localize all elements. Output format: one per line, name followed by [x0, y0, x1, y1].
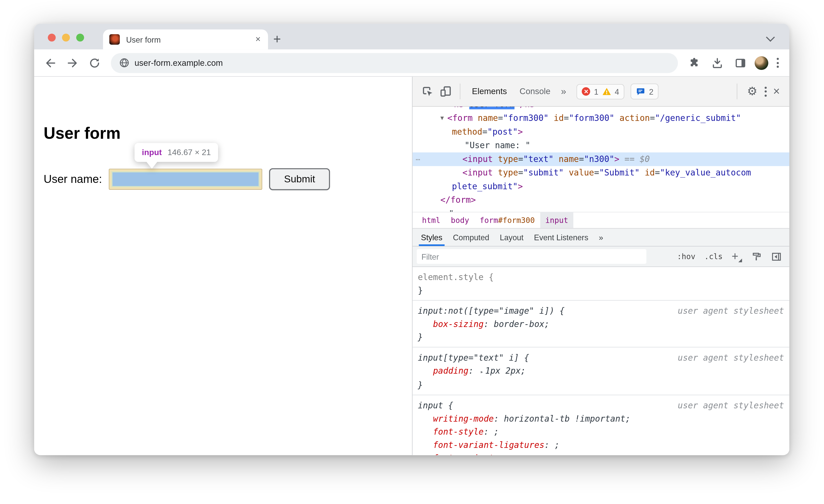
- breadcrumb-item[interactable]: html: [417, 212, 445, 228]
- sidebar-tab-styles[interactable]: Styles: [416, 228, 447, 246]
- code-token: "n300": [584, 154, 614, 164]
- code-token: <h3>: [449, 107, 469, 109]
- dom-tree-line[interactable]: ⋯<input type="text" name="n300"> == $0: [413, 153, 789, 166]
- reload-button[interactable]: [86, 54, 104, 72]
- dom-tree-line[interactable]: ": [413, 207, 789, 212]
- devtools-menu-button[interactable]: [761, 84, 770, 99]
- submit-button[interactable]: Submit: [269, 168, 330, 190]
- dom-line-adorner[interactable]: ⋯: [416, 153, 420, 166]
- code-token: >: [614, 154, 619, 164]
- sidebar-tab-computed[interactable]: Computed: [447, 228, 495, 246]
- code-token: [554, 154, 559, 164]
- errors-warnings-badge[interactable]: ✕ 1 4: [577, 84, 624, 99]
- rule-declaration[interactable]: font-style: ;: [418, 425, 784, 438]
- tab-close-icon[interactable]: ×: [254, 34, 262, 44]
- back-button[interactable]: [41, 54, 60, 72]
- code-token: "submit": [523, 168, 564, 178]
- rule-header: element.style {: [418, 271, 784, 284]
- expand-shorthand-icon[interactable]: ▸: [479, 368, 485, 375]
- dom-tree-line[interactable]: <h3>User form</h3>: [413, 107, 789, 111]
- toggle-class-button[interactable]: .cls: [704, 252, 723, 261]
- browser-menu-button[interactable]: [774, 56, 782, 70]
- tab-strip: User form × +: [34, 24, 789, 49]
- rule-selector: element.style {: [418, 271, 494, 284]
- punctuation: ;: [554, 440, 559, 450]
- code-token: [614, 113, 619, 123]
- profile-avatar[interactable]: [755, 56, 768, 70]
- rule-origin-link[interactable]: user agent stylesheet: [670, 351, 784, 364]
- dom-tree-line[interactable]: <input type="submit" value="Submit" id="…: [413, 166, 789, 180]
- url-bar[interactable]: user-form.example.com: [111, 53, 678, 73]
- dom-tree-line[interactable]: "User name: ": [413, 139, 789, 153]
- back-arrow-icon: [44, 57, 57, 69]
- rule-declaration[interactable]: font-variant-ligatures: ;: [418, 438, 784, 452]
- property-name: font-style: [433, 427, 484, 437]
- new-style-rule-button[interactable]: +: [732, 250, 742, 264]
- extensions-button[interactable]: [685, 54, 703, 72]
- side-panel-button[interactable]: [731, 54, 749, 72]
- more-tabs-button[interactable]: »: [557, 86, 571, 97]
- code-token: ▼: [440, 114, 447, 121]
- breadcrumb-item[interactable]: body: [445, 212, 474, 228]
- rule-declaration[interactable]: box-sizing: border-box;: [418, 318, 784, 331]
- kebab-dot: [764, 87, 766, 89]
- code-token: =: [579, 154, 584, 164]
- devtools-tab-elements[interactable]: Elements: [466, 87, 513, 96]
- kebab-dot: [777, 66, 779, 68]
- sidebar-tab-layout[interactable]: Layout: [495, 228, 529, 246]
- sidebar-more-tabs-button[interactable]: »: [594, 228, 608, 246]
- minimize-window-button[interactable]: [62, 34, 70, 41]
- breadcrumb-item[interactable]: form#form300: [474, 212, 540, 228]
- breadcrumb-item[interactable]: input: [540, 212, 573, 228]
- tab-favicon: [109, 34, 120, 44]
- rule-declaration[interactable]: font-variant-caps: ;: [418, 451, 784, 455]
- reload-icon: [88, 57, 101, 69]
- show-sidebar-icon[interactable]: [771, 251, 782, 262]
- sidebar-tab-event-listeners[interactable]: Event Listeners: [529, 228, 594, 246]
- code-token: <input: [462, 154, 498, 164]
- tab-title: User form: [126, 35, 254, 44]
- browser-tab[interactable]: User form ×: [103, 29, 268, 49]
- username-label: User name:: [43, 173, 102, 186]
- forward-button[interactable]: [64, 54, 81, 72]
- downloads-button[interactable]: [709, 54, 726, 72]
- close-window-button[interactable]: [48, 34, 56, 41]
- dom-tree-line[interactable]: method="post">: [413, 125, 789, 139]
- property-value: 1px 2px: [485, 366, 521, 376]
- rule-declaration[interactable]: padding: ▸1px 2px;: [418, 364, 784, 379]
- dom-tree: <h3>User form</h3>▼ <form name="form300"…: [413, 107, 789, 212]
- dom-tree-line[interactable]: plete_submit">: [413, 180, 789, 194]
- inspect-element-button[interactable]: [419, 83, 437, 100]
- chevron-down-icon[interactable]: [766, 33, 775, 42]
- devtools-tab-console[interactable]: Console: [513, 87, 557, 96]
- toggle-pseudo-state-button[interactable]: :hov: [677, 252, 696, 261]
- url-text[interactable]: user-form.example.com: [135, 58, 223, 68]
- warning-icon: [602, 87, 611, 96]
- new-tab-button[interactable]: +: [274, 32, 281, 46]
- devtools-panel: ElementsConsole » ✕ 1 4: [412, 77, 790, 455]
- style-rule[interactable]: element.style {}: [413, 267, 789, 301]
- dom-tree-line[interactable]: </form>: [413, 193, 789, 207]
- styles-filter-input[interactable]: [417, 249, 646, 264]
- devtools-settings-button[interactable]: ⚙: [743, 85, 761, 98]
- zoom-window-button[interactable]: [76, 34, 84, 41]
- rendering-brush-icon[interactable]: [751, 251, 762, 262]
- rule-closing-brace: }: [418, 379, 784, 392]
- window-controls: [48, 34, 84, 41]
- inspect-overlay-content-box: [112, 173, 259, 186]
- code-token: [640, 168, 645, 178]
- style-rule[interactable]: input {user agent stylesheetwriting-mode…: [413, 395, 789, 455]
- style-rule[interactable]: input:not([type="image" i]) {user agent …: [413, 301, 789, 347]
- devtools-tabs: ElementsConsole: [466, 87, 557, 96]
- dom-tree-line[interactable]: ▼ <form name="form300" id="form300" acti…: [413, 111, 789, 125]
- rule-origin-link[interactable]: user agent stylesheet: [670, 399, 784, 412]
- issues-badge[interactable]: 2: [631, 84, 659, 99]
- style-rule[interactable]: input[type="text" i] {user agent stylesh…: [413, 347, 789, 395]
- devtools-close-button[interactable]: ×: [770, 85, 783, 98]
- code-token: ==: [619, 154, 640, 164]
- username-input-highlighted[interactable]: [109, 169, 263, 190]
- site-info-globe-icon[interactable]: [119, 58, 129, 68]
- rule-declaration[interactable]: writing-mode: horizontal-tb !important;: [418, 412, 784, 425]
- rule-origin-link[interactable]: user agent stylesheet: [670, 304, 784, 318]
- device-toolbar-button[interactable]: [437, 83, 454, 100]
